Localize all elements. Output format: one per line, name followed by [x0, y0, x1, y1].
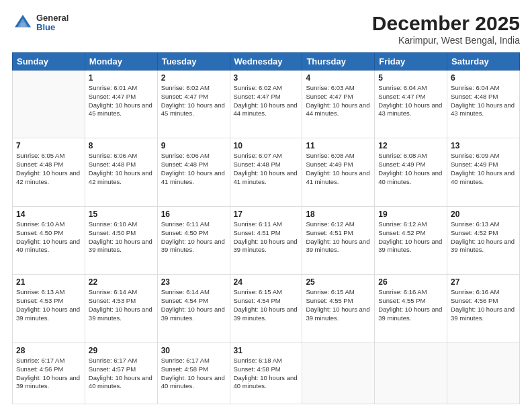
day-number: 19: [378, 210, 443, 219]
day-number: 9: [161, 141, 226, 150]
calendar-cell: [447, 342, 520, 404]
day-number: 11: [306, 141, 371, 150]
day-number: 1: [89, 73, 154, 83]
calendar-cell: 14Sunrise: 6:10 AM Sunset: 4:50 PM Dayli…: [13, 206, 85, 274]
calendar-cell: 22Sunrise: 6:14 AM Sunset: 4:53 PM Dayli…: [85, 275, 157, 342]
calendar-cell: 4Sunrise: 6:03 AM Sunset: 4:47 PM Daylig…: [302, 71, 375, 138]
day-info: Sunrise: 6:02 AM Sunset: 4:47 PM Dayligh…: [161, 84, 226, 118]
day-number: 18: [306, 210, 371, 219]
calendar-cell: 6Sunrise: 6:04 AM Sunset: 4:48 PM Daylig…: [447, 71, 520, 138]
calendar-cell: [302, 342, 375, 404]
day-number: 14: [16, 210, 81, 219]
calendar-cell: 31Sunrise: 6:18 AM Sunset: 4:58 PM Dayli…: [230, 342, 302, 404]
day-number: 7: [16, 141, 81, 150]
day-info: Sunrise: 6:17 AM Sunset: 4:56 PM Dayligh…: [16, 357, 81, 391]
calendar-cell: 16Sunrise: 6:11 AM Sunset: 4:50 PM Dayli…: [157, 206, 230, 274]
calendar-cell: [13, 71, 85, 138]
calendar-cell: 1Sunrise: 6:01 AM Sunset: 4:47 PM Daylig…: [85, 71, 157, 138]
calendar-cell: 21Sunrise: 6:13 AM Sunset: 4:53 PM Dayli…: [13, 275, 85, 342]
calendar-cell: 23Sunrise: 6:14 AM Sunset: 4:54 PM Dayli…: [157, 275, 230, 342]
calendar-day-header: Thursday: [302, 53, 375, 71]
day-number: 29: [89, 346, 154, 355]
calendar-cell: 18Sunrise: 6:12 AM Sunset: 4:51 PM Dayli…: [302, 206, 375, 274]
day-number: 3: [234, 73, 299, 83]
day-info: Sunrise: 6:14 AM Sunset: 4:54 PM Dayligh…: [161, 288, 226, 322]
calendar-cell: 11Sunrise: 6:08 AM Sunset: 4:49 PM Dayli…: [302, 138, 375, 206]
calendar-day-header: Sunday: [13, 53, 85, 71]
day-number: 28: [16, 346, 81, 355]
main-title: December 2025: [372, 12, 520, 35]
day-info: Sunrise: 6:11 AM Sunset: 4:50 PM Dayligh…: [161, 220, 226, 255]
logo-icon: [12, 12, 34, 34]
logo: General Blue: [12, 12, 69, 34]
day-number: 31: [234, 346, 299, 355]
calendar-header-row: SundayMondayTuesdayWednesdayThursdayFrid…: [13, 53, 520, 71]
day-number: 15: [89, 210, 154, 219]
logo-general: General: [36, 13, 69, 23]
day-info: Sunrise: 6:09 AM Sunset: 4:49 PM Dayligh…: [451, 152, 516, 186]
calendar-cell: 20Sunrise: 6:13 AM Sunset: 4:52 PM Dayli…: [447, 206, 520, 274]
day-info: Sunrise: 6:08 AM Sunset: 4:49 PM Dayligh…: [378, 152, 443, 186]
calendar-cell: 30Sunrise: 6:17 AM Sunset: 4:58 PM Dayli…: [157, 342, 230, 404]
day-info: Sunrise: 6:10 AM Sunset: 4:50 PM Dayligh…: [16, 220, 81, 255]
day-info: Sunrise: 6:05 AM Sunset: 4:48 PM Dayligh…: [16, 152, 81, 186]
calendar-cell: 9Sunrise: 6:06 AM Sunset: 4:48 PM Daylig…: [157, 138, 230, 206]
day-number: 17: [234, 210, 299, 219]
calendar-cell: 15Sunrise: 6:10 AM Sunset: 4:50 PM Dayli…: [85, 206, 157, 274]
calendar-table: SundayMondayTuesdayWednesdayThursdayFrid…: [12, 52, 520, 404]
day-info: Sunrise: 6:15 AM Sunset: 4:54 PM Dayligh…: [234, 288, 299, 322]
page: General Blue December 2025 Karimpur, Wes…: [0, 0, 532, 411]
day-number: 26: [378, 277, 443, 287]
day-info: Sunrise: 6:15 AM Sunset: 4:55 PM Dayligh…: [306, 288, 371, 322]
day-number: 25: [306, 277, 371, 287]
calendar-cell: 17Sunrise: 6:11 AM Sunset: 4:51 PM Dayli…: [230, 206, 302, 274]
day-info: Sunrise: 6:13 AM Sunset: 4:53 PM Dayligh…: [16, 288, 81, 322]
logo-blue: Blue: [36, 23, 69, 32]
calendar-week-row: 7Sunrise: 6:05 AM Sunset: 4:48 PM Daylig…: [13, 138, 520, 206]
day-info: Sunrise: 6:03 AM Sunset: 4:47 PM Dayligh…: [306, 84, 371, 118]
day-number: 10: [234, 141, 299, 150]
day-number: 24: [234, 277, 299, 287]
day-number: 30: [161, 346, 226, 355]
day-number: 22: [89, 277, 154, 287]
day-info: Sunrise: 6:06 AM Sunset: 4:48 PM Dayligh…: [89, 152, 154, 186]
day-info: Sunrise: 6:16 AM Sunset: 4:56 PM Dayligh…: [451, 288, 516, 322]
calendar-cell: 29Sunrise: 6:17 AM Sunset: 4:57 PM Dayli…: [85, 342, 157, 404]
calendar-cell: 13Sunrise: 6:09 AM Sunset: 4:49 PM Dayli…: [447, 138, 520, 206]
day-info: Sunrise: 6:04 AM Sunset: 4:48 PM Dayligh…: [451, 84, 516, 118]
day-number: 21: [16, 277, 81, 287]
calendar-cell: 26Sunrise: 6:16 AM Sunset: 4:55 PM Dayli…: [375, 275, 447, 342]
calendar-day-header: Friday: [375, 53, 447, 71]
day-info: Sunrise: 6:12 AM Sunset: 4:52 PM Dayligh…: [378, 220, 443, 255]
day-number: 5: [378, 73, 443, 83]
calendar-week-row: 28Sunrise: 6:17 AM Sunset: 4:56 PM Dayli…: [13, 342, 520, 404]
calendar-cell: 27Sunrise: 6:16 AM Sunset: 4:56 PM Dayli…: [447, 275, 520, 342]
day-info: Sunrise: 6:17 AM Sunset: 4:58 PM Dayligh…: [161, 357, 226, 391]
calendar-day-header: Saturday: [447, 53, 520, 71]
calendar-cell: 10Sunrise: 6:07 AM Sunset: 4:48 PM Dayli…: [230, 138, 302, 206]
title-block: December 2025 Karimpur, West Bengal, Ind…: [372, 12, 520, 46]
day-number: 27: [451, 277, 516, 287]
day-info: Sunrise: 6:18 AM Sunset: 4:58 PM Dayligh…: [234, 357, 299, 391]
day-info: Sunrise: 6:07 AM Sunset: 4:48 PM Dayligh…: [234, 152, 299, 186]
calendar-week-row: 14Sunrise: 6:10 AM Sunset: 4:50 PM Dayli…: [13, 206, 520, 274]
day-info: Sunrise: 6:17 AM Sunset: 4:57 PM Dayligh…: [89, 357, 154, 391]
day-number: 8: [89, 141, 154, 150]
day-info: Sunrise: 6:08 AM Sunset: 4:49 PM Dayligh…: [306, 152, 371, 186]
subtitle: Karimpur, West Bengal, India: [372, 35, 520, 46]
calendar-cell: 28Sunrise: 6:17 AM Sunset: 4:56 PM Dayli…: [13, 342, 85, 404]
day-info: Sunrise: 6:04 AM Sunset: 4:47 PM Dayligh…: [378, 84, 443, 118]
header: General Blue December 2025 Karimpur, Wes…: [12, 12, 520, 46]
calendar-cell: 5Sunrise: 6:04 AM Sunset: 4:47 PM Daylig…: [375, 71, 447, 138]
day-info: Sunrise: 6:10 AM Sunset: 4:50 PM Dayligh…: [89, 220, 154, 255]
day-number: 20: [451, 210, 516, 219]
calendar-cell: [375, 342, 447, 404]
calendar-cell: 24Sunrise: 6:15 AM Sunset: 4:54 PM Dayli…: [230, 275, 302, 342]
calendar-day-header: Monday: [85, 53, 157, 71]
calendar-cell: 2Sunrise: 6:02 AM Sunset: 4:47 PM Daylig…: [157, 71, 230, 138]
day-number: 16: [161, 210, 226, 219]
day-number: 12: [378, 141, 443, 150]
day-info: Sunrise: 6:16 AM Sunset: 4:55 PM Dayligh…: [378, 288, 443, 322]
day-number: 2: [161, 73, 226, 83]
day-info: Sunrise: 6:01 AM Sunset: 4:47 PM Dayligh…: [89, 84, 154, 118]
